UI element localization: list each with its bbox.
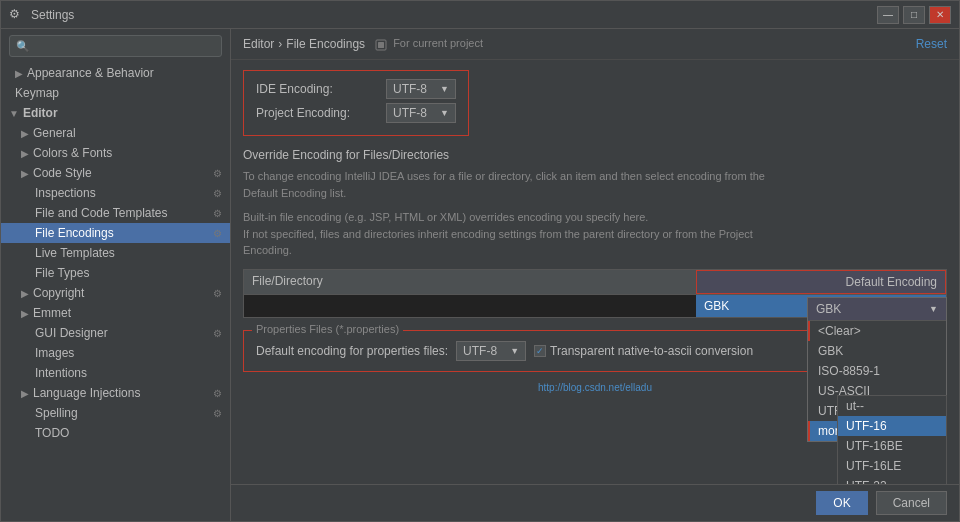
override-desc2: Built-in file encoding (e.g. JSP, HTML o… bbox=[243, 209, 947, 259]
settings-icon: ⚙ bbox=[213, 208, 222, 219]
sidebar-item-editor[interactable]: ▼ Editor bbox=[1, 103, 230, 123]
close-button[interactable]: ✕ bbox=[929, 6, 951, 24]
reset-button[interactable]: Reset bbox=[916, 37, 947, 51]
settings-icon: ⚙ bbox=[213, 408, 222, 419]
table-wrapper: File/Directory Default Encoding GBK GBK bbox=[243, 269, 947, 318]
submenu-item-utf32[interactable]: UTF-32 bbox=[838, 476, 946, 485]
ide-encoding-row: IDE Encoding: UTF-8 ▼ bbox=[256, 79, 456, 99]
panel-body: IDE Encoding: UTF-8 ▼ Project Encoding: … bbox=[231, 60, 959, 484]
cancel-button[interactable]: Cancel bbox=[876, 491, 947, 515]
project-encoding-dropdown[interactable]: UTF-8 ▼ bbox=[386, 103, 456, 123]
settings-window: ⚙ Settings — □ ✕ 🔍 ▶ Appearance & Behavi… bbox=[0, 0, 960, 522]
settings-icon: ⚙ bbox=[213, 328, 222, 339]
titlebar-controls: — □ ✕ bbox=[877, 6, 951, 24]
sidebar-item-filetemplates[interactable]: File and Code Templates ⚙ bbox=[1, 203, 230, 223]
col-file-directory: File/Directory bbox=[244, 270, 696, 294]
arrow-icon: ▶ bbox=[21, 128, 29, 139]
sidebar-item-intentions[interactable]: Intentions bbox=[1, 363, 230, 383]
submenu-item-utf16[interactable]: UTF-16 bbox=[838, 416, 946, 436]
main-content: 🔍 ▶ Appearance & Behavior Keymap ▼ Edito… bbox=[1, 29, 959, 521]
sidebar-item-general[interactable]: ▶ General bbox=[1, 123, 230, 143]
svg-rect-1 bbox=[378, 42, 384, 48]
properties-label: Default encoding for properties files: bbox=[256, 344, 448, 358]
submenu-item-ut[interactable]: ut-- bbox=[838, 396, 946, 416]
sidebar-item-colors[interactable]: ▶ Colors & Fonts bbox=[1, 143, 230, 163]
breadcrumb-bar: Editor › File Encodings For current proj… bbox=[231, 29, 959, 60]
sidebar-item-spelling[interactable]: Spelling ⚙ bbox=[1, 403, 230, 423]
titlebar: ⚙ Settings — □ ✕ bbox=[1, 1, 959, 29]
sidebar-item-todo[interactable]: TODO bbox=[1, 423, 230, 443]
encoding-submenu: ut-- UTF-16 UTF-16BE UTF-16LE bbox=[837, 395, 947, 485]
settings-icon: ⚙ bbox=[213, 288, 222, 299]
project-encoding-row: Project Encoding: UTF-8 ▼ bbox=[256, 103, 456, 123]
sidebar-item-guidesigner[interactable]: GUI Designer ⚙ bbox=[1, 323, 230, 343]
transparent-checkbox-row: Transparent native-to-ascii conversion bbox=[534, 344, 753, 358]
file-cell bbox=[244, 295, 696, 317]
arrow-icon: ▶ bbox=[21, 388, 29, 399]
override-desc1: To change encoding IntelliJ IDEA uses fo… bbox=[243, 168, 947, 201]
bottom-bar: OK Cancel bbox=[231, 484, 959, 521]
settings-icon: ⚙ bbox=[213, 188, 222, 199]
dropdown-arrow-icon: ▼ bbox=[510, 346, 519, 356]
sidebar-item-filetypes[interactable]: File Types bbox=[1, 263, 230, 283]
dropdown-option-iso[interactable]: ISO-8859-1 bbox=[808, 361, 946, 381]
breadcrumb-current: File Encodings bbox=[286, 37, 365, 51]
sidebar-item-emmet[interactable]: ▶ Emmet bbox=[1, 303, 230, 323]
arrow-icon: ▶ bbox=[21, 168, 29, 179]
settings-icon: ⚙ bbox=[213, 228, 222, 239]
ide-encoding-dropdown[interactable]: UTF-8 ▼ bbox=[386, 79, 456, 99]
breadcrumb-scope: For current project bbox=[375, 37, 483, 50]
sidebar-item-langinjections[interactable]: ▶ Language Injections ⚙ bbox=[1, 383, 230, 403]
transparent-checkbox[interactable] bbox=[534, 345, 546, 357]
override-title: Override Encoding for Files/Directories bbox=[243, 148, 947, 162]
search-icon: 🔍 bbox=[16, 40, 30, 53]
dropdown-arrow-icon: ▼ bbox=[440, 84, 449, 94]
search-input[interactable] bbox=[34, 39, 215, 53]
arrow-icon: ▶ bbox=[21, 148, 29, 159]
sidebar-item-keymap[interactable]: Keymap bbox=[1, 83, 230, 103]
sidebar-item-copyright[interactable]: ▶ Copyright ⚙ bbox=[1, 283, 230, 303]
arrow-icon: ▼ bbox=[9, 108, 19, 119]
col-default-encoding: Default Encoding bbox=[696, 270, 946, 294]
breadcrumb-sep: › bbox=[278, 37, 282, 51]
arrow-icon: ▶ bbox=[21, 308, 29, 319]
sidebar-item-images[interactable]: Images bbox=[1, 343, 230, 363]
dropdown-arrow-icon: ▼ bbox=[440, 108, 449, 118]
right-panel: Editor › File Encodings For current proj… bbox=[231, 29, 959, 521]
ok-button[interactable]: OK bbox=[816, 491, 867, 515]
dropdown-option-clear[interactable]: <Clear> bbox=[808, 321, 946, 341]
sidebar: 🔍 ▶ Appearance & Behavior Keymap ▼ Edito… bbox=[1, 29, 231, 521]
override-section: Override Encoding for Files/Directories … bbox=[243, 148, 947, 259]
sidebar-item-livetemplates[interactable]: Live Templates bbox=[1, 243, 230, 263]
dropdown-popup-container: GBK ▼ <Clear> GBK ISO-8859-1 bbox=[837, 297, 947, 485]
breadcrumb-editor: Editor bbox=[243, 37, 274, 51]
transparent-label: Transparent native-to-ascii conversion bbox=[550, 344, 753, 358]
minimize-button[interactable]: — bbox=[877, 6, 899, 24]
dropdown-option-gbk[interactable]: GBK bbox=[808, 341, 946, 361]
maximize-button[interactable]: □ bbox=[903, 6, 925, 24]
settings-icon: ⚙ bbox=[213, 388, 222, 399]
properties-encoding-dropdown[interactable]: UTF-8 ▼ bbox=[456, 341, 526, 361]
sidebar-item-codestyle[interactable]: ▶ Code Style ⚙ bbox=[1, 163, 230, 183]
dropdown-arrow-icon: ▼ bbox=[929, 304, 938, 314]
sidebar-item-fileencodings[interactable]: File Encodings ⚙ bbox=[1, 223, 230, 243]
app-icon: ⚙ bbox=[9, 7, 25, 23]
properties-title: Properties Files (*.properties) bbox=[252, 323, 403, 335]
submenu-item-utf16le[interactable]: UTF-16LE bbox=[838, 456, 946, 476]
window-title: Settings bbox=[31, 8, 877, 22]
dropdown-header: GBK ▼ bbox=[808, 298, 946, 321]
sidebar-item-appearance[interactable]: ▶ Appearance & Behavior bbox=[1, 63, 230, 83]
table-header: File/Directory Default Encoding bbox=[244, 270, 946, 295]
arrow-icon: ▶ bbox=[21, 288, 29, 299]
submenu-item-utf16be[interactable]: UTF-16BE bbox=[838, 436, 946, 456]
settings-icon: ⚙ bbox=[213, 168, 222, 179]
breadcrumb: Editor › File Encodings For current proj… bbox=[243, 37, 483, 51]
ide-encoding-label: IDE Encoding: bbox=[256, 82, 386, 96]
sidebar-item-inspections[interactable]: Inspections ⚙ bbox=[1, 183, 230, 203]
search-box: 🔍 bbox=[9, 35, 222, 57]
encoding-box: IDE Encoding: UTF-8 ▼ Project Encoding: … bbox=[243, 70, 469, 136]
arrow-icon: ▶ bbox=[15, 68, 23, 79]
project-encoding-label: Project Encoding: bbox=[256, 106, 386, 120]
